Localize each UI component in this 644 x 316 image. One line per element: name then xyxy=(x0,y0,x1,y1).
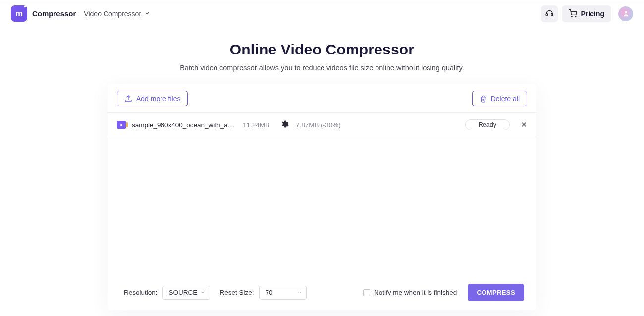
reset-size-label: Reset Size: xyxy=(220,289,254,296)
remove-file-button[interactable] xyxy=(521,121,527,129)
pricing-button[interactable]: Pricing xyxy=(562,5,611,22)
delete-all-button[interactable]: Delete all xyxy=(472,91,527,106)
reset-size-select[interactable]: 70 xyxy=(259,286,307,300)
svg-point-4 xyxy=(625,11,627,14)
cart-icon xyxy=(569,9,577,18)
pricing-label: Pricing xyxy=(581,10,604,18)
status-badge: Ready xyxy=(465,119,510,130)
notify-label: Notify me when it is finished xyxy=(374,289,457,296)
svg-point-2 xyxy=(571,16,572,17)
resolution-select[interactable]: SOURCE xyxy=(162,286,210,300)
file-panel: Add more files Delete all sample_960x400… xyxy=(108,84,536,310)
file-row: sample_960x400_ocean_with_audio (2).... … xyxy=(108,113,536,137)
file-compressed-size: 7.87MB (-30%) xyxy=(296,121,341,129)
compress-button[interactable]: COMPRESS xyxy=(468,284,524,301)
brand-logo[interactable]: m xyxy=(11,5,27,22)
chevron-down-icon xyxy=(200,290,206,295)
notify-checkbox[interactable] xyxy=(363,289,370,296)
file-list-empty-space xyxy=(108,137,536,277)
trash-icon xyxy=(480,95,487,103)
resolution-label: Resolution: xyxy=(124,289,158,296)
notifications-button[interactable] xyxy=(541,5,558,22)
page-title: Online Video Compressor xyxy=(0,41,644,58)
chevron-down-icon xyxy=(297,290,302,295)
file-settings-button[interactable] xyxy=(280,120,289,130)
upload-icon xyxy=(124,95,132,103)
page-subtitle: Batch video compressor allows you to red… xyxy=(0,64,644,72)
svg-rect-1 xyxy=(551,13,552,16)
headset-icon xyxy=(545,8,554,19)
avatar[interactable] xyxy=(618,6,633,21)
panel-footer: Resolution: SOURCE Reset Size: 70 Notify… xyxy=(108,277,536,310)
delete-all-label: Delete all xyxy=(491,95,520,103)
category-dropdown-label: Video Compressor xyxy=(84,10,141,18)
top-nav: m Compressor Video Compressor Pricing xyxy=(0,0,644,27)
svg-rect-0 xyxy=(546,13,547,16)
add-more-files-label: Add more files xyxy=(136,95,180,103)
gear-icon xyxy=(280,120,289,128)
svg-point-3 xyxy=(575,16,576,17)
reset-size-value: 70 xyxy=(266,289,273,296)
file-original-size: 11.24MB xyxy=(243,121,269,129)
video-file-icon xyxy=(117,121,126,129)
resolution-value: SOURCE xyxy=(169,289,198,296)
user-icon xyxy=(622,10,630,17)
main-content: Online Video Compressor Batch video comp… xyxy=(0,27,644,310)
category-dropdown[interactable]: Video Compressor xyxy=(84,10,150,18)
brand-name: Compressor xyxy=(32,9,76,18)
chevron-down-icon xyxy=(144,10,150,18)
svg-marker-6 xyxy=(120,123,123,126)
close-icon xyxy=(521,121,527,128)
add-more-files-button[interactable]: Add more files xyxy=(117,91,188,106)
file-name: sample_960x400_ocean_with_audio (2).... xyxy=(132,121,236,129)
panel-toolbar: Add more files Delete all xyxy=(108,84,536,113)
